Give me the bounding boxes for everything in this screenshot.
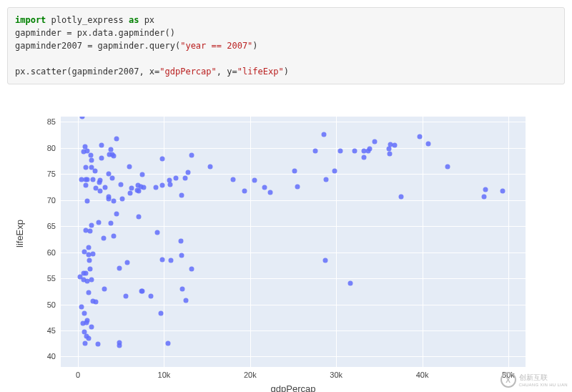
data-point[interactable] (127, 164, 132, 169)
data-point[interactable] (418, 134, 423, 139)
data-point[interactable] (89, 325, 94, 330)
data-point[interactable] (165, 340, 170, 346)
data-point[interactable] (87, 252, 92, 257)
data-point[interactable] (90, 177, 95, 182)
data-point[interactable] (95, 342, 100, 347)
data-point[interactable] (83, 177, 88, 182)
data-point[interactable] (445, 165, 450, 170)
data-point[interactable] (230, 177, 235, 182)
data-point[interactable] (84, 182, 89, 187)
data-point[interactable] (112, 234, 117, 239)
data-point[interactable] (154, 185, 159, 190)
data-point[interactable] (89, 165, 94, 170)
data-point[interactable] (393, 142, 398, 147)
data-point[interactable] (352, 149, 358, 154)
data-point[interactable] (159, 310, 164, 315)
data-point[interactable] (361, 155, 366, 160)
data-point[interactable] (118, 182, 123, 187)
data-point[interactable] (85, 318, 90, 323)
data-point[interactable] (83, 340, 88, 346)
data-point[interactable] (85, 198, 90, 203)
data-point[interactable] (109, 147, 114, 152)
data-point[interactable] (89, 223, 94, 228)
data-point[interactable] (252, 178, 257, 183)
data-point[interactable] (139, 289, 144, 294)
data-point[interactable] (208, 165, 213, 170)
data-point[interactable] (184, 298, 189, 303)
data-point[interactable] (292, 169, 297, 174)
data-point[interactable] (155, 230, 160, 235)
data-point[interactable] (179, 239, 184, 244)
data-point[interactable] (481, 195, 486, 200)
data-point[interactable] (185, 170, 190, 175)
data-point[interactable] (125, 260, 130, 265)
data-point[interactable] (86, 290, 91, 295)
data-point[interactable] (83, 165, 88, 170)
data-point[interactable] (87, 258, 92, 263)
data-point[interactable] (87, 335, 92, 340)
data-point[interactable] (79, 117, 84, 119)
data-point[interactable] (372, 139, 377, 144)
data-point[interactable] (332, 168, 337, 173)
data-point[interactable] (84, 148, 89, 153)
data-point[interactable] (262, 185, 267, 190)
data-point[interactable] (148, 294, 153, 299)
data-point[interactable] (84, 228, 89, 233)
data-point[interactable] (242, 188, 247, 193)
data-point[interactable] (500, 188, 506, 193)
data-point[interactable] (82, 310, 87, 315)
data-point[interactable] (367, 146, 372, 151)
data-point[interactable] (103, 185, 108, 190)
data-point[interactable] (142, 185, 147, 190)
data-point[interactable] (117, 343, 122, 348)
data-point[interactable] (295, 184, 300, 189)
data-point[interactable] (124, 293, 129, 298)
data-point[interactable] (169, 258, 174, 263)
data-point[interactable] (180, 286, 185, 291)
data-point[interactable] (189, 153, 194, 158)
plot-area[interactable] (61, 117, 526, 367)
data-point[interactable] (97, 220, 102, 225)
data-point[interactable] (109, 221, 114, 226)
scatter-chart[interactable]: lifeExp gdpPercap 010k20k30k40k50k404550… (21, 113, 551, 392)
data-point[interactable] (88, 267, 93, 272)
data-point[interactable] (179, 253, 184, 258)
data-point[interactable] (312, 148, 317, 153)
data-point[interactable] (98, 189, 103, 194)
data-point[interactable] (98, 178, 103, 183)
data-point[interactable] (114, 137, 119, 142)
data-point[interactable] (337, 149, 342, 154)
data-point[interactable] (88, 152, 93, 157)
data-point[interactable] (129, 185, 134, 190)
data-point[interactable] (79, 304, 84, 309)
data-point[interactable] (160, 258, 165, 263)
data-point[interactable] (179, 192, 184, 197)
data-point[interactable] (90, 298, 95, 303)
data-point[interactable] (112, 154, 117, 159)
data-point[interactable] (102, 287, 107, 292)
data-point[interactable] (323, 177, 328, 182)
data-point[interactable] (322, 258, 327, 263)
data-point[interactable] (174, 175, 179, 180)
data-point[interactable] (189, 267, 194, 272)
data-point[interactable] (102, 235, 107, 240)
data-point[interactable] (99, 142, 104, 147)
data-point[interactable] (348, 280, 353, 285)
data-point[interactable] (114, 212, 119, 217)
data-point[interactable] (182, 175, 187, 180)
data-point[interactable] (89, 277, 94, 282)
data-point[interactable] (89, 158, 94, 163)
data-point[interactable] (387, 151, 392, 156)
data-point[interactable] (120, 196, 125, 201)
data-point[interactable] (117, 266, 122, 271)
data-point[interactable] (267, 190, 272, 195)
data-point[interactable] (82, 329, 87, 334)
data-point[interactable] (137, 215, 142, 220)
data-point[interactable] (137, 188, 142, 193)
data-point[interactable] (425, 142, 430, 147)
data-point[interactable] (159, 183, 164, 188)
data-point[interactable] (86, 245, 91, 250)
data-point[interactable] (99, 155, 104, 160)
data-point[interactable] (112, 198, 117, 203)
data-point[interactable] (139, 172, 144, 177)
